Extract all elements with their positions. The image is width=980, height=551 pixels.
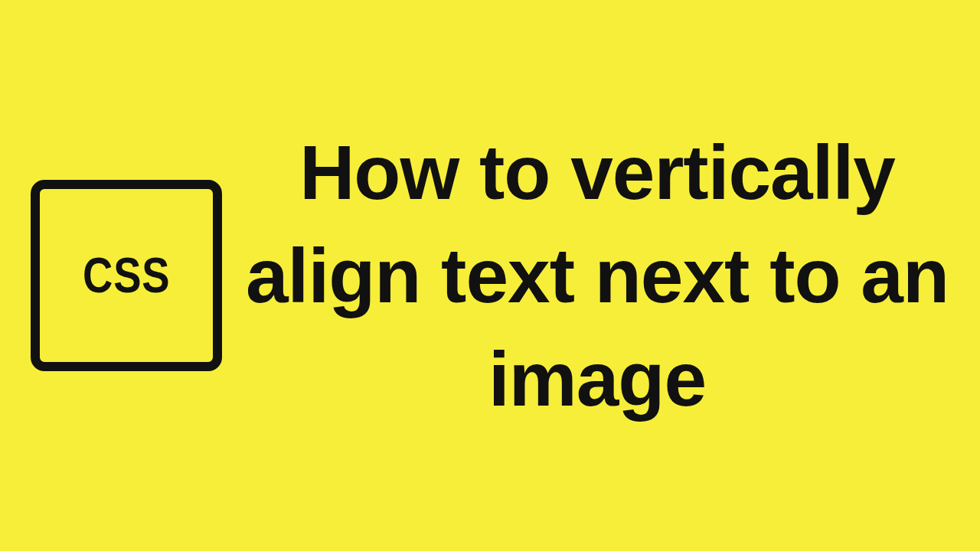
css-badge-box: CSS bbox=[31, 180, 222, 371]
title-section: How to vertically align text next to an … bbox=[245, 121, 949, 431]
css-badge-label: CSS bbox=[83, 247, 170, 304]
css-badge-section: CSS bbox=[31, 180, 222, 371]
page-title: How to vertically align text next to an … bbox=[245, 121, 949, 431]
